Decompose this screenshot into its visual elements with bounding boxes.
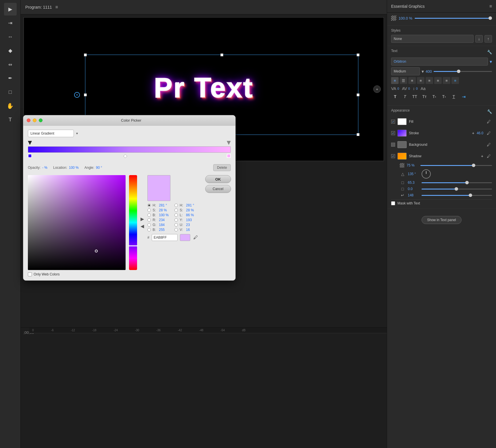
r-value[interactable]: 234 — [159, 218, 169, 222]
s2-radio[interactable] — [174, 208, 178, 212]
u-value[interactable]: 23 — [186, 223, 196, 227]
panel-menu-icon[interactable]: ≡ — [489, 4, 492, 9]
justify-right-btn[interactable]: ≡ — [434, 77, 442, 84]
angle-val[interactable]: 90 ° — [96, 166, 102, 170]
font-size-slider[interactable] — [434, 71, 492, 72]
hand-tool[interactable]: ✋ — [4, 99, 17, 112]
opacity-val[interactable]: - % — [42, 166, 47, 170]
font-size-value[interactable]: 400 — [426, 69, 432, 74]
mask-checkbox[interactable] — [391, 201, 395, 205]
selection-handle-tc[interactable] — [220, 53, 223, 56]
font-select[interactable]: Orbitron — [391, 58, 488, 66]
rate-stretch-tool[interactable]: ⇔ — [4, 58, 17, 71]
align-special-btn[interactable]: ≡ — [451, 77, 459, 84]
bfield-radio[interactable] — [147, 228, 151, 231]
small-caps-btn[interactable]: Tт — [420, 93, 428, 101]
underline-btn[interactable]: T — [450, 93, 458, 101]
opacity-value[interactable]: 100.0 % — [399, 16, 412, 20]
caps-btn[interactable]: TT — [411, 93, 419, 101]
shadow-opacity-slider[interactable] — [420, 165, 492, 166]
fill-eyedropper[interactable]: 🖊 — [486, 118, 492, 125]
arrow-left[interactable]: ◀ — [141, 223, 144, 229]
background-swatch[interactable] — [397, 141, 407, 148]
hex-input[interactable] — [152, 234, 178, 241]
bfield-value[interactable]: 255 — [159, 228, 169, 232]
bold-btn[interactable]: T — [391, 93, 399, 101]
va-value[interactable]: 0 — [397, 87, 399, 90]
shadow-spread-val[interactable]: 0.0 — [408, 187, 419, 191]
g-value[interactable]: 184 — [159, 223, 169, 227]
justify-btn[interactable]: ≡ — [417, 77, 424, 84]
text-wrench-icon[interactable]: 🔧 — [487, 50, 492, 54]
av-value[interactable]: 0 — [408, 87, 410, 90]
eyedropper-btn[interactable]: 🖊 — [193, 234, 199, 241]
shadow-size-slider[interactable] — [422, 195, 492, 196]
ripple-tool[interactable]: ↔ — [4, 30, 17, 43]
gradient-stop-top-left[interactable] — [28, 141, 32, 145]
shadow-distance-val[interactable]: 65.3 — [408, 181, 419, 185]
y-radio[interactable] — [174, 218, 178, 222]
s1-radio[interactable] — [147, 208, 151, 212]
shadow-size-val[interactable]: 148 — [408, 193, 419, 197]
fill-checkbox[interactable]: ✓ — [391, 120, 395, 124]
location-val[interactable]: 100 % — [69, 166, 79, 170]
selection-handle-mr[interactable] — [357, 93, 359, 96]
rectangle-tool[interactable]: □ — [4, 86, 17, 98]
gradient-stop-white[interactable] — [123, 154, 127, 158]
superscript-btn[interactable]: Ts — [430, 93, 438, 101]
select-tool[interactable]: ▶ — [4, 3, 17, 16]
razor-tool[interactable]: ◆ — [4, 44, 17, 57]
justify-center-btn[interactable]: ≡ — [426, 77, 433, 84]
stroke-checkbox[interactable]: ✓ — [391, 131, 395, 135]
hue-slider[interactable] — [129, 175, 137, 270]
s1-value[interactable]: 28 % — [159, 208, 169, 212]
g-radio[interactable] — [147, 223, 151, 227]
shadow-checkbox[interactable]: ✓ — [391, 154, 395, 158]
s2-value[interactable]: 28 % — [186, 208, 196, 212]
add-track-btn[interactable]: + — [373, 85, 381, 93]
align-left-btn[interactable]: ≡ — [391, 77, 399, 84]
gradient-bar[interactable] — [28, 146, 231, 153]
styles-select[interactable]: None — [391, 35, 474, 43]
weight-expand-icon[interactable]: ▾ — [422, 69, 424, 74]
weight-select[interactable]: Medium — [391, 67, 420, 75]
selection-handle-tr[interactable] — [357, 53, 359, 56]
gradient-expand-icon[interactable]: ▾ — [76, 131, 78, 135]
stroke-eyedropper[interactable]: 🖊 — [486, 130, 492, 136]
show-text-panel-btn[interactable]: Show in Text panel — [422, 216, 462, 224]
shadow-angle-dial[interactable] — [422, 169, 431, 179]
shadow-angle-val[interactable]: 135 ° — [408, 172, 419, 176]
l-radio[interactable] — [174, 213, 178, 217]
web-colors-checkbox[interactable] — [28, 272, 32, 276]
b1-radio[interactable] — [147, 213, 151, 217]
v-value[interactable]: 16 — [186, 228, 196, 232]
shadow-distance-slider[interactable] — [422, 182, 492, 183]
r-radio[interactable] — [147, 218, 151, 222]
shadow-plus[interactable]: + — [481, 154, 483, 158]
styles-down-btn[interactable]: ↓ — [475, 35, 483, 43]
selection-handle-br[interactable] — [357, 133, 359, 136]
align-right-btn[interactable]: ≡ — [408, 77, 416, 84]
tab-stops-btn[interactable]: ⇥ — [460, 93, 468, 101]
opacity-slider[interactable] — [415, 18, 492, 19]
arrow-right[interactable]: ▶ — [141, 216, 144, 222]
appearance-wrench-icon[interactable]: 🔧 — [487, 109, 492, 114]
h2-value[interactable]: 281 ° — [186, 203, 196, 207]
background-eyedropper[interactable]: 🖊 — [486, 141, 492, 148]
delete-btn[interactable]: Delete — [213, 164, 231, 171]
u-radio[interactable] — [174, 223, 178, 227]
align-center-btn[interactable]: ☰ — [400, 77, 407, 84]
gradient-type-select[interactable]: Linear Gradient Radial Gradient Solid Co… — [28, 130, 74, 137]
b1-value[interactable]: 100 % — [159, 213, 169, 217]
shadow-spread-slider[interactable] — [422, 189, 492, 189]
h2-radio[interactable] — [174, 204, 178, 207]
background-checkbox[interactable] — [391, 143, 395, 147]
font-expand-icon[interactable]: ▾ — [490, 59, 492, 64]
stroke-swatch[interactable] — [397, 130, 407, 137]
gradient-stop-blue[interactable] — [28, 154, 32, 158]
gradient-stop-top-right[interactable] — [227, 141, 231, 145]
shadow-opacity-val[interactable]: 75 % — [407, 163, 418, 167]
h1-radio[interactable] — [147, 204, 151, 207]
selection-handle-ml[interactable] — [84, 93, 87, 96]
shadow-swatch[interactable] — [397, 153, 407, 160]
